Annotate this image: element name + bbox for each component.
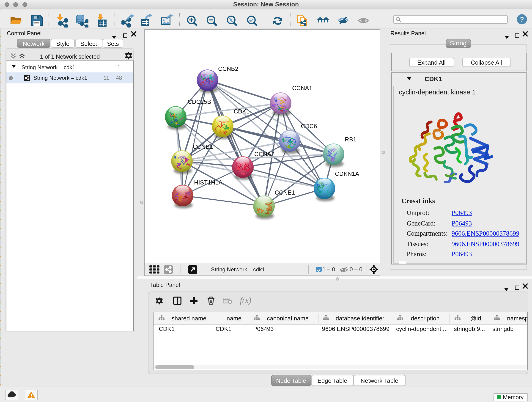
svg-text:CDK1: CDK1 (234, 108, 249, 115)
svg-text:CCNA2: CCNA2 (254, 151, 274, 157)
svg-text:CDC6: CDC6 (301, 123, 317, 129)
svg-text:CCNB2: CCNB2 (218, 65, 238, 72)
svg-text:HIST1H1A: HIST1H1A (194, 179, 223, 186)
svg-text:RB1: RB1 (345, 136, 356, 143)
svg-text:CDC25B: CDC25B (188, 98, 211, 105)
svg-text:CCNA1: CCNA1 (292, 85, 312, 91)
svg-text:CCNB1: CCNB1 (193, 143, 213, 150)
svg-text:CCNE1: CCNE1 (275, 189, 295, 196)
svg-text:CDKN1A: CDKN1A (335, 170, 359, 177)
